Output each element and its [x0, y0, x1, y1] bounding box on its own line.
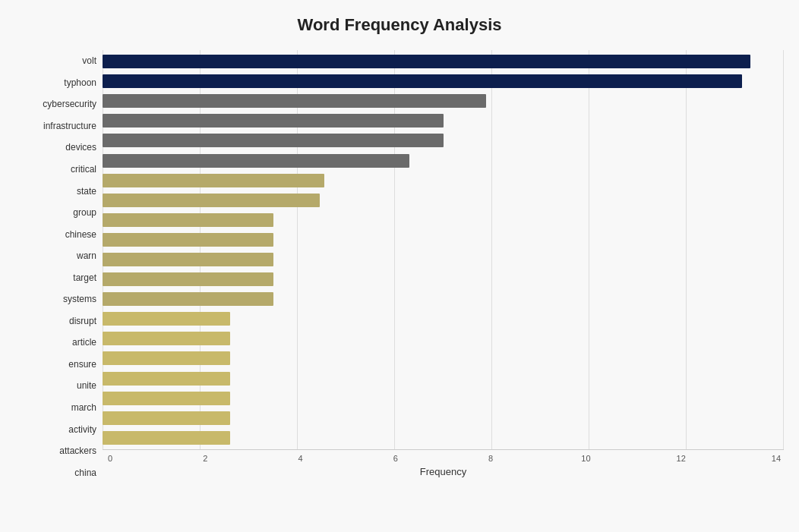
bar-row	[103, 231, 784, 248]
bar-row	[103, 93, 784, 109]
y-label-unite: unite	[15, 381, 96, 390]
bar-row	[103, 390, 784, 407]
bar-row	[103, 53, 784, 70]
bar-cybersecurity	[103, 94, 486, 108]
bar-row	[103, 153, 784, 169]
y-label-article: article	[15, 338, 96, 347]
bar-row	[103, 73, 784, 90]
bar-article	[103, 312, 230, 326]
y-label-cybersecurity: cybersecurity	[15, 99, 96, 109]
bar-state	[103, 174, 324, 187]
y-label-disrupt: disrupt	[15, 316, 96, 326]
x-tick-5: 10	[578, 454, 593, 463]
x-ticks: 02468101214	[103, 454, 784, 463]
bar-unite	[103, 351, 230, 365]
bar-group	[103, 194, 320, 207]
bar-row	[103, 212, 784, 228]
x-axis-label: Frequency	[103, 466, 784, 477]
y-label-systems: systems	[15, 294, 96, 304]
bar-attackers	[103, 411, 230, 425]
bar-row	[103, 330, 784, 347]
bar-china	[103, 431, 230, 445]
y-label-attackers: attackers	[15, 446, 96, 455]
bar-volt	[103, 55, 750, 68]
bar-warn	[103, 233, 273, 247]
x-tick-1: 2	[197, 454, 213, 463]
bar-row	[103, 291, 784, 307]
bar-chinese	[103, 213, 273, 227]
y-label-ensure: ensure	[15, 360, 96, 369]
bar-row	[103, 370, 784, 387]
bar-disrupt	[103, 292, 273, 306]
y-label-group: group	[15, 208, 96, 217]
bar-row	[103, 430, 784, 446]
bar-typhoon	[103, 74, 742, 88]
chart-area: volttyphooncybersecurityinfrastructurede…	[15, 50, 784, 483]
x-tick-0: 0	[103, 454, 118, 463]
bar-march	[103, 372, 230, 386]
bar-row	[103, 251, 784, 268]
bar-devices	[103, 134, 444, 147]
bar-row	[103, 310, 784, 327]
chart-title: Word Frequency Analysis	[15, 15, 784, 35]
y-label-devices: devices	[15, 143, 96, 152]
bar-infrastructure	[103, 114, 444, 127]
bars-inner	[103, 50, 784, 449]
y-label-typhoon: typhoon	[15, 78, 96, 87]
x-axis: 02468101214 Frequency	[103, 449, 784, 483]
y-labels: volttyphooncybersecurityinfrastructurede…	[15, 50, 103, 483]
y-label-target: target	[15, 273, 96, 282]
bar-critical	[103, 154, 409, 168]
bar-row	[103, 192, 784, 209]
y-label-activity: activity	[15, 425, 96, 434]
bar-row	[103, 350, 784, 367]
y-label-chinese: chinese	[15, 230, 96, 239]
x-tick-6: 12	[674, 454, 689, 463]
bars-section	[103, 50, 784, 449]
bar-systems	[103, 272, 273, 286]
bar-activity	[103, 392, 230, 405]
x-tick-3: 6	[388, 454, 403, 463]
y-label-china: china	[15, 468, 96, 477]
y-label-march: march	[15, 403, 96, 412]
y-label-volt: volt	[15, 56, 96, 65]
bar-target	[103, 253, 273, 266]
bar-row	[103, 112, 784, 129]
y-label-warn: warn	[15, 251, 96, 260]
bars-and-xaxis: 02468101214 Frequency	[103, 50, 784, 483]
y-label-infrastructure: infrastructure	[15, 121, 96, 131]
bar-row	[103, 172, 784, 189]
x-axis-line	[103, 449, 784, 450]
y-label-critical: critical	[15, 165, 96, 174]
chart-container: Word Frequency Analysis volttyphooncyber…	[0, 0, 799, 532]
bar-row	[103, 410, 784, 427]
y-label-state: state	[15, 187, 96, 196]
x-tick-2: 4	[293, 454, 308, 463]
bar-row	[103, 271, 784, 288]
bar-ensure	[103, 332, 230, 345]
x-tick-4: 8	[483, 454, 498, 463]
x-tick-7: 14	[769, 454, 784, 463]
bar-row	[103, 132, 784, 149]
